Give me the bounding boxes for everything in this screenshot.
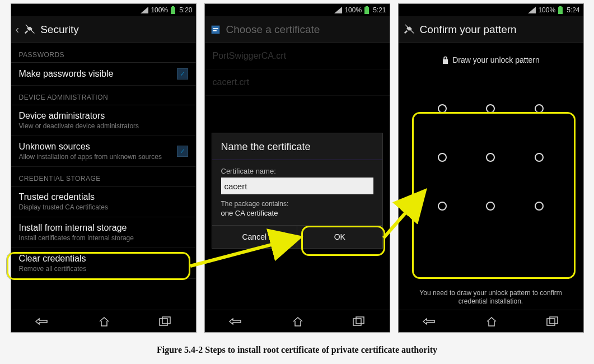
battery-percent: 100% xyxy=(538,6,555,14)
package-contents: one CA certificate xyxy=(221,209,373,217)
name-certificate-dialog: Name the certificate Certificate name: T… xyxy=(212,133,383,249)
ok-button[interactable]: OK xyxy=(297,226,382,248)
package-contains-label: The package contains: xyxy=(221,200,373,208)
title-bar[interactable]: ‹ Security xyxy=(11,16,196,43)
clock: 5:24 xyxy=(567,6,579,14)
page-title: Choose a certificate xyxy=(226,24,320,36)
security-content: PASSWORDS Make passwords visible DEVICE … xyxy=(11,43,196,310)
svg-rect-16 xyxy=(443,59,448,64)
figure-caption: Figure 5.4-2 Steps to install root certi… xyxy=(0,345,594,355)
sub-label: Display trusted CA certificates xyxy=(19,203,188,211)
pattern-dot[interactable] xyxy=(486,104,495,113)
home-nav-icon[interactable] xyxy=(98,316,110,327)
back-nav-icon[interactable] xyxy=(35,316,50,326)
label: Device administrators xyxy=(19,111,188,121)
draw-pattern-text: Draw your unlock pattern xyxy=(452,55,540,64)
sub-label: Install certificates from internal stora… xyxy=(19,234,188,242)
pattern-grid[interactable] xyxy=(418,85,564,230)
svg-marker-13 xyxy=(528,7,536,13)
tools-icon xyxy=(24,24,36,36)
svg-rect-3 xyxy=(160,319,167,325)
pattern-dot[interactable] xyxy=(535,104,544,113)
nav-bar xyxy=(205,310,390,332)
svg-rect-18 xyxy=(550,317,558,324)
phone-screen-confirm-pattern: 100% 5:24 Confirm your pattern Draw your… xyxy=(398,3,584,333)
signal-icon xyxy=(334,7,342,13)
signal-icon xyxy=(141,7,148,13)
back-nav-icon[interactable] xyxy=(228,316,244,326)
home-nav-icon[interactable] xyxy=(292,316,304,327)
pattern-dot[interactable] xyxy=(486,202,495,211)
item-clear-credentials[interactable]: Clear credentials Remove all certificate… xyxy=(11,248,196,279)
label: Clear credentials xyxy=(19,254,188,264)
battery-icon xyxy=(364,6,370,14)
pattern-dot[interactable] xyxy=(438,153,447,162)
svg-rect-2 xyxy=(172,6,174,7)
nav-bar xyxy=(11,310,196,332)
confirm-note: You need to draw your unlock pattern to … xyxy=(399,289,583,306)
pattern-dot[interactable] xyxy=(535,153,544,162)
svg-marker-5 xyxy=(334,7,342,13)
label: Make passwords visible xyxy=(19,69,177,79)
svg-rect-6 xyxy=(364,7,369,14)
item-trusted-credentials[interactable]: Trusted credentials Display trusted CA c… xyxy=(11,186,196,217)
item-unknown-sources[interactable]: Unknown sources Allow installation of ap… xyxy=(11,136,196,167)
pattern-content: Draw your unlock pattern You need to dra… xyxy=(399,43,583,310)
item-make-passwords-visible[interactable]: Make passwords visible xyxy=(11,63,196,86)
svg-rect-9 xyxy=(213,28,218,29)
home-nav-icon[interactable] xyxy=(485,316,498,327)
recent-nav-icon[interactable] xyxy=(158,316,172,326)
pattern-dot[interactable] xyxy=(438,104,447,113)
battery-icon xyxy=(558,6,563,14)
checkbox-icon[interactable] xyxy=(177,68,188,80)
choose-cert-content: PortSwiggerCA.crt cacert.crt Name the ce… xyxy=(205,43,390,310)
sub-label: Allow installation of apps from unknown … xyxy=(19,153,177,161)
signal-icon xyxy=(528,7,536,13)
status-bar: 100% 5:21 xyxy=(205,4,390,16)
section-device-admin: DEVICE ADMINISTRATION xyxy=(11,86,196,104)
checkbox-icon[interactable] xyxy=(177,146,188,157)
svg-rect-17 xyxy=(547,319,555,325)
dialog-title: Name the certificate xyxy=(212,133,382,160)
svg-rect-15 xyxy=(559,6,562,7)
svg-rect-8 xyxy=(211,25,219,34)
certificate-name-input[interactable] xyxy=(221,178,373,194)
svg-rect-10 xyxy=(213,30,216,31)
svg-rect-14 xyxy=(558,7,563,14)
certificate-name-label: Certificate name: xyxy=(221,167,373,175)
back-nav-icon[interactable] xyxy=(422,316,438,326)
recent-nav-icon[interactable] xyxy=(352,316,366,326)
nav-bar xyxy=(399,310,583,332)
item-install-from-internal-storage[interactable]: Install from internal storage Install ce… xyxy=(11,217,196,248)
pattern-dot[interactable] xyxy=(486,153,495,162)
phone-screen-choose-certificate: 100% 5:21 Choose a certificate PortSwigg… xyxy=(204,3,390,333)
clock: 5:21 xyxy=(373,6,386,14)
pattern-dot[interactable] xyxy=(438,202,447,211)
status-bar: 100% 5:20 xyxy=(11,4,196,16)
cancel-button[interactable]: Cancel xyxy=(212,226,298,248)
svg-marker-0 xyxy=(141,7,148,13)
svg-rect-12 xyxy=(356,317,364,324)
svg-rect-11 xyxy=(353,319,361,325)
page-title: Security xyxy=(40,24,79,36)
page-title: Confirm your pattern xyxy=(420,24,517,36)
svg-rect-1 xyxy=(171,7,175,14)
lock-icon xyxy=(442,56,449,64)
battery-percent: 100% xyxy=(344,6,362,14)
recent-nav-icon[interactable] xyxy=(546,316,559,326)
phone-screen-security: 100% 5:20 ‹ Security PASSWORDS Make pass… xyxy=(11,3,197,333)
item-device-administrators[interactable]: Device administrators View or deactivate… xyxy=(11,105,196,136)
section-passwords: PASSWORDS xyxy=(11,43,196,61)
battery-icon xyxy=(170,6,176,14)
pattern-dot[interactable] xyxy=(535,202,544,211)
title-bar: Confirm your pattern xyxy=(399,16,583,43)
battery-percent: 100% xyxy=(151,6,168,14)
sub-label: View or deactivate device administrators xyxy=(19,122,188,130)
label: Unknown sources xyxy=(19,142,177,152)
svg-rect-7 xyxy=(366,6,368,7)
back-icon[interactable]: ‹ xyxy=(16,23,20,36)
clock: 5:20 xyxy=(179,6,192,14)
section-credential-storage: CREDENTIAL STORAGE xyxy=(11,167,196,185)
tools-icon xyxy=(403,24,415,36)
certificate-icon xyxy=(209,24,222,36)
